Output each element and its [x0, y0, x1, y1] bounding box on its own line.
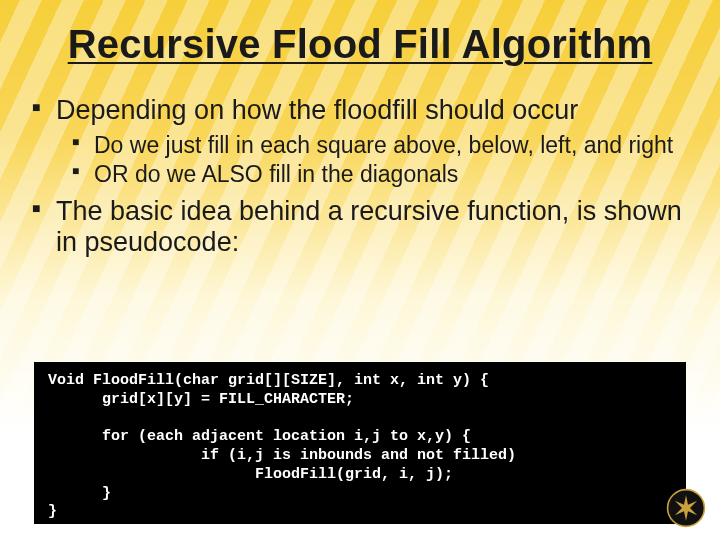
bullet-level1: Depending on how the floodfill should oc…: [30, 95, 690, 126]
sub-bullet-group: Do we just fill in each square above, be…: [70, 132, 690, 188]
ucf-logo-icon: [666, 488, 706, 528]
slide-body: Depending on how the floodfill should oc…: [30, 95, 690, 264]
svg-point-1: [684, 506, 689, 511]
bullet-level2: OR do we ALSO fill in the diagonals: [70, 161, 690, 187]
bullet-level1: The basic idea behind a recursive functi…: [30, 196, 690, 258]
code-block: Void FloodFill(char grid[][SIZE], int x,…: [34, 362, 686, 524]
slide-title: Recursive Flood Fill Algorithm: [0, 22, 720, 67]
slide: Recursive Flood Fill Algorithm Depending…: [0, 0, 720, 540]
bullet-level2: Do we just fill in each square above, be…: [70, 132, 690, 158]
